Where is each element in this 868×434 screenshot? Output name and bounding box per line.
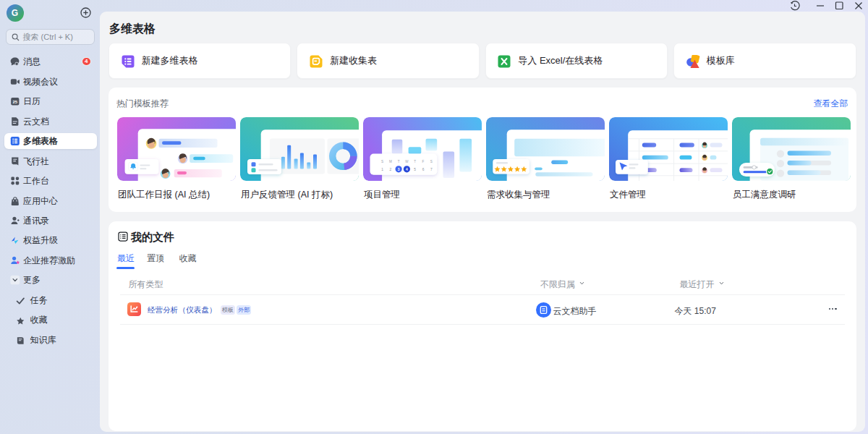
svg-text:1: 1 xyxy=(381,168,383,171)
svg-text:3: 3 xyxy=(397,168,399,171)
svg-text:2: 2 xyxy=(389,168,391,171)
svg-text:S: S xyxy=(380,160,383,163)
svg-text:25: 25 xyxy=(12,100,17,104)
svg-text:7: 7 xyxy=(430,168,432,171)
svg-text:F: F xyxy=(422,160,424,163)
svg-text:S: S xyxy=(430,160,432,163)
svg-text:4: 4 xyxy=(406,168,408,171)
svg-text:M: M xyxy=(388,160,391,163)
svg-text:6: 6 xyxy=(422,168,424,171)
svg-text:W: W xyxy=(405,160,409,163)
svg-text:T: T xyxy=(397,160,399,163)
svg-text:5: 5 xyxy=(414,168,416,171)
svg-text:T: T xyxy=(414,160,416,163)
